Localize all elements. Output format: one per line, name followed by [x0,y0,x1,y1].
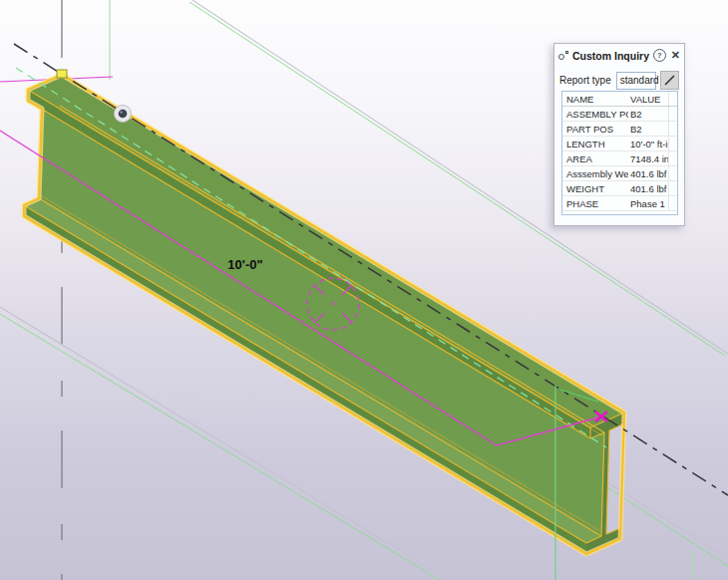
table-header-row: NAME VALUE [562,92,677,107]
table-row: LENGTH 10'-0" ft-in [562,137,677,151]
row-value: B2 [628,109,668,120]
row-name: ASSEMBLY POS [562,109,628,120]
row-name: PART POS [562,124,628,135]
row-value: 10'-0" ft-in [628,139,668,149]
pencil-icon [663,74,676,87]
row-value: B2 [628,124,668,135]
table-row: WEIGHT 401.6 lbf [562,181,677,196]
table-row: PHASE Phase 1 [562,196,677,211]
row-name: LENGTH [562,139,628,149]
column-header-name: NAME [562,94,628,105]
grid-line-diagonal-green [587,474,728,566]
steel-beam[interactable] [24,75,624,554]
table-row: AREA 7148.4 in2 [562,151,677,166]
row-value: 401.6 lbf [628,183,668,194]
table-row: Asssembly Weight 401.6 lbf [562,166,677,181]
table-row: PART POS B2 [562,122,677,137]
point-handle-sphere[interactable] [115,106,132,123]
gizmo-center-dot [332,303,335,306]
row-name: WEIGHT [562,183,628,194]
inquiry-table: NAME VALUE ASSEMBLY POS B2 PART POS B2 L… [561,91,678,215]
report-type-value: standard [620,75,659,86]
row-value: 401.6 lbf [628,168,668,179]
close-button[interactable]: ✕ [671,50,680,61]
cad-viewport: 10'-0" Custom Inquiry ? ✕ Report type st… [0,0,728,580]
row-name: Asssembly Weight [562,168,628,179]
row-name: AREA [562,153,628,164]
sphere-highlight [120,111,122,113]
edit-report-button[interactable] [660,71,679,90]
row-value: 7148.4 in2 [628,153,668,164]
column-header-value: VALUE [628,94,668,105]
custom-inquiry-dialog: Custom Inquiry ? ✕ Report type standard … [553,43,685,226]
report-type-label: Report type [559,75,611,86]
inquiry-icon [558,51,568,61]
dimension-label: 10'-0" [227,257,262,272]
help-button[interactable]: ? [653,49,666,62]
table-row: ASSEMBLY POS B2 [562,107,677,122]
dialog-titlebar[interactable]: Custom Inquiry ? ✕ [554,44,684,65]
dialog-title: Custom Inquiry [572,50,653,62]
start-handle[interactable] [57,70,67,78]
row-value: Phase 1 [628,198,668,209]
report-type-select[interactable]: standard ▼ [616,72,656,90]
row-name: PHASE [562,198,628,209]
